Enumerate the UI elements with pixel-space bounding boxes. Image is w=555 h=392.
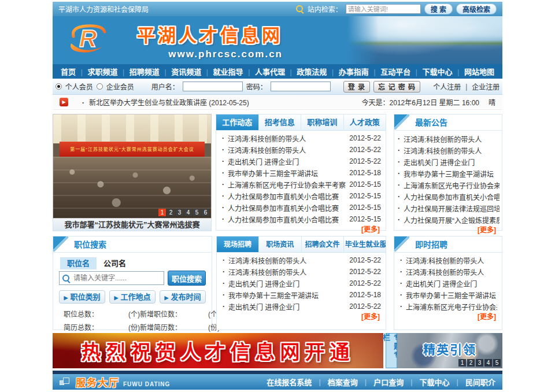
filter-date-button[interactable]: ▶发布时间 [160, 290, 206, 304]
news-link[interactable]: 汪鸿涛:科技创新的带头人 [228, 134, 346, 143]
notice-link[interactable]: 我市举办第十三期金平湖讲坛 [406, 290, 497, 300]
nav-item-sitemap[interactable]: 网站地图 [464, 66, 494, 77]
notice-link[interactable]: 上海浦东新区光电子行业协会来平考 [406, 302, 497, 312]
instant-list: 汪鸿涛:科技创新的带头人 汪鸿涛:科技创新的带头人 走出机关门 进得企业门 我市… [394, 253, 502, 312]
pager-2[interactable]: 2 [167, 209, 175, 216]
tab-jobfair-files[interactable]: 招聘会文件 [302, 236, 344, 252]
tab-career-news[interactable]: 职场资讯 [259, 236, 301, 252]
nav-item-policy[interactable]: 政策法规 [297, 66, 327, 77]
tab-exam-info[interactable]: 招考信息 [259, 114, 302, 130]
tab-talent-policy[interactable]: 人才政策 [344, 114, 386, 130]
pager-4[interactable]: 4 [184, 209, 192, 216]
stat-unit: (份) [110, 322, 140, 332]
stat-label: 职位总数： [64, 309, 110, 319]
news-link[interactable]: 汪鸿涛:科技创新的带头人 [228, 267, 346, 277]
nav-item-recruit[interactable]: 招聘频道 [130, 66, 160, 77]
ticker-arrow-icon[interactable]: ▶ [60, 98, 68, 106]
instant-more-link[interactable]: [更多] [394, 312, 502, 322]
news-date: 2012-5-15 [349, 204, 381, 212]
nav-item-home[interactable]: 首页 [61, 66, 76, 77]
notice-link[interactable]: 走出机关门 进得企业门 [404, 157, 500, 167]
pager-2[interactable]: 2 [467, 359, 475, 367]
username-field[interactable] [183, 82, 243, 91]
radio-company-member[interactable] [97, 83, 103, 90]
tab-title-training[interactable]: 职称培训 [301, 114, 344, 130]
notice-link[interactable]: 汪鸿涛:科技创新的带头人 [404, 134, 500, 144]
service-item-hukou-query[interactable]: 户口查询 [373, 376, 404, 387]
radio-personal-member[interactable] [56, 83, 62, 90]
news-link[interactable]: 走出机关门 进得企业门 [228, 279, 346, 289]
notice-link[interactable]: 走出机关门 进得企业门 [406, 279, 497, 289]
site-search-button[interactable]: 搜 索 [424, 3, 453, 14]
tab-work-updates[interactable]: 工作动态 [216, 114, 259, 130]
job-keyword-input[interactable] [59, 271, 164, 285]
nav-item-guidance[interactable]: 就业指导 [213, 66, 243, 77]
tab-graduate-service[interactable]: 毕业生就业服务 [344, 236, 386, 252]
notice-link[interactable]: 人力社保局参加市直机关小合唱比赛 [404, 192, 500, 202]
elite-banner[interactable]: 精英引领 1 2 3 4 5 [397, 333, 502, 368]
service-item-online-signup[interactable]: 在线报名系统 [267, 376, 312, 387]
nav-item-interaction[interactable]: 互动平台 [380, 66, 410, 77]
notice-link[interactable]: 人力社保局开展“入企锻炼提素质” [404, 215, 500, 225]
tab-company-name[interactable]: 公司名 [97, 257, 133, 269]
slideshow-image[interactable]: 第一届“江苏技能状元”大赛常州选拔赛动员会扩大会议 1 2 3 4 5 6 [53, 114, 212, 219]
news-link[interactable]: 我市举办第十三期金平湖讲坛 [228, 168, 346, 178]
nav-item-news[interactable]: 资讯频道 [171, 66, 201, 77]
tab-onsite-recruit[interactable]: 现场招聘 [217, 236, 259, 252]
news-link[interactable]: 汪鸿涛:科技创新的带头人 [228, 256, 346, 265]
pager-5[interactable]: 5 [493, 359, 501, 367]
advanced-search-button[interactable]: 高级检索 [456, 3, 497, 14]
tab-position-name[interactable]: 职位名 [60, 257, 97, 269]
site-logo-icon[interactable]: R [64, 23, 122, 57]
pager-1[interactable]: 1 [158, 209, 166, 216]
notice-link[interactable]: 汪鸿涛:科技创新的带头人 [406, 267, 497, 277]
nav-item-service-guide[interactable]: 办事指南 [339, 66, 369, 77]
pager-4[interactable]: 4 [484, 359, 492, 367]
news-link[interactable]: 上海浦东新区光电子行业协会来平考察 [228, 180, 346, 190]
notice-link[interactable]: 汪鸿涛:科技创新的带头人 [406, 256, 497, 265]
pager-6[interactable]: 6 [202, 209, 209, 216]
news-link[interactable]: 汪鸿涛:科技创新的带头人 [228, 145, 346, 155]
news-link[interactable]: 人力社保局参加市直机关小合唱比赛 [228, 191, 346, 201]
nav-item-jobseek[interactable]: 求职频道 [87, 66, 117, 77]
service-item-archive-query[interactable]: 档案查询 [328, 376, 358, 387]
slideshow-caption[interactable]: 我市部署“江苏技能状元”大赛常州选拔赛 [53, 219, 212, 231]
pager-3[interactable]: 3 [176, 209, 183, 216]
filter-location-button[interactable]: ▶工作地点 [109, 290, 156, 304]
personal-member-label: 个人会员 [65, 82, 93, 91]
news-link[interactable]: 人力社保局参加市直机关小合唱比赛 [228, 203, 346, 213]
forgot-password-button[interactable]: 忘 记 密 码 [373, 81, 420, 93]
news-link[interactable]: 走出机关门 进得企业门 [228, 157, 346, 167]
notice-link[interactable]: 我市举办第十三期金平湖讲坛 [404, 169, 500, 179]
service-item-download[interactable]: 下载中心 [420, 376, 450, 387]
news-link[interactable]: 我市举办第十三期金平湖讲坛 [228, 290, 346, 300]
notice-link[interactable]: 上海浦东新区光电子行业协会来平考 [404, 180, 500, 190]
password-field[interactable] [271, 82, 331, 91]
personal-register-link[interactable]: 个人注册 [433, 82, 461, 91]
nav-separator [416, 66, 417, 77]
news-link[interactable]: 走出机关门 进得企业门 [228, 302, 346, 312]
pager-5[interactable]: 5 [193, 209, 201, 216]
notice-more-link[interactable]: [更多] [394, 225, 502, 235]
news-link[interactable]: 人力社保局参加市直机关小合唱比赛 [228, 215, 346, 224]
service-item-private-agency[interactable]: 民间职介 [465, 376, 495, 387]
news-more-link[interactable]: [更多] [216, 225, 386, 235]
site-search-input[interactable] [346, 4, 421, 14]
special-topics-strip[interactable]: 专题专栏 [386, 333, 397, 368]
ticker-headline[interactable]: 新北区举办大学生创业与就业政策讲座 (2012-05-25) [82, 97, 249, 107]
celebration-banner[interactable]: 热烈祝贺人才信息网开通 [53, 333, 383, 368]
site-title-block: 平湖人才信息网 www.phrcsc.com.cn [137, 21, 283, 60]
company-register-link[interactable]: 企业注册 [472, 82, 500, 91]
nav-item-download[interactable]: 下载中心 [423, 66, 453, 77]
job-search-button[interactable]: 职位搜索 [168, 271, 206, 286]
login-button[interactable]: 登 录 [343, 81, 370, 93]
nav-item-hr-agency[interactable]: 人事代理 [255, 66, 285, 77]
pager-1[interactable]: 1 [458, 359, 466, 367]
pager-3[interactable]: 3 [476, 359, 483, 367]
job-search-row: 职位搜索 [59, 271, 206, 286]
notice-link[interactable]: 汪鸿涛:科技创新的带头人 [404, 146, 500, 156]
filter-category-button[interactable]: ▶职位类别 [59, 290, 105, 304]
notice-link[interactable]: 人力社保局开展法律法规巡回培训 [404, 204, 500, 213]
list-item: 上海浦东新区光电子行业协会来平考 [399, 301, 497, 312]
recruit-more-link[interactable]: [更多] [217, 312, 386, 322]
